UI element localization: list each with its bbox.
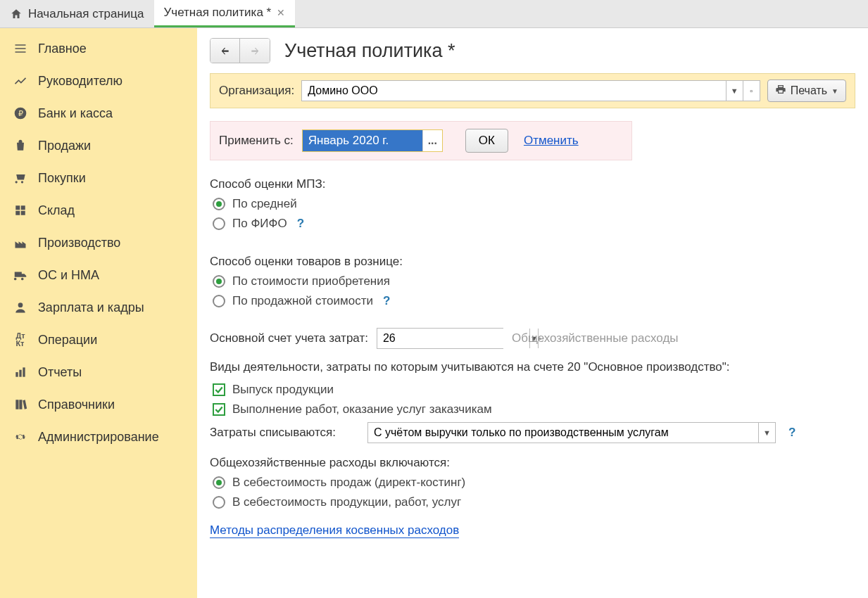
close-icon[interactable]: ✕ (277, 7, 285, 18)
printer-icon (775, 84, 786, 98)
radio-mpz-average[interactable]: По средней (210, 197, 855, 211)
radio-icon[interactable] (213, 275, 225, 288)
account-label: Основной счет учета затрат: (210, 331, 368, 345)
sidebar-item-label: ОС и НМА (38, 268, 99, 283)
option-label: По продажной стоимости (232, 294, 373, 308)
open-icon[interactable]: ▫ (743, 81, 760, 101)
tab-active-label: Учетная политика * (164, 6, 272, 20)
cancel-link[interactable]: Отменить (524, 134, 579, 148)
bag-icon (13, 138, 28, 153)
dropdown-icon[interactable]: ▼ (758, 423, 775, 443)
sidebar-item-admin[interactable]: Администрирование (0, 421, 197, 453)
dtkt-icon: ДтКт (13, 332, 28, 348)
radio-retail-cost[interactable]: По стоимости приобретения (210, 274, 855, 288)
sidebar-item-directories[interactable]: Справочники (0, 388, 197, 421)
cart-icon (13, 170, 28, 186)
svg-text:₽: ₽ (18, 109, 23, 117)
dropdown-icon[interactable]: ▼ (726, 81, 743, 101)
books-icon (13, 397, 28, 412)
radio-overhead-direct[interactable]: В себестоимость продаж (директ-костинг) (210, 476, 855, 490)
gear-icon (13, 429, 28, 445)
main-content: Учетная политика * Организация: ▼ ▫ Печа… (197, 28, 868, 598)
radio-icon[interactable] (213, 496, 225, 509)
print-label: Печать (791, 84, 827, 97)
sidebar-item-label: Склад (38, 203, 75, 218)
sidebar-item-production[interactable]: Производство (0, 227, 197, 259)
svg-rect-9 (23, 367, 25, 376)
tab-home-label: Начальная страница (28, 7, 144, 21)
check-output[interactable]: Выпуск продукции (210, 383, 855, 397)
radio-mpz-fifo[interactable]: По ФИФО ? (210, 217, 855, 231)
writeoff-label: Затраты списываются: (210, 426, 358, 440)
chart-icon (13, 73, 28, 89)
option-label: Выполнение работ, оказание услуг заказчи… (232, 402, 492, 416)
sidebar-item-salary[interactable]: Зарплата и кадры (0, 291, 197, 324)
sidebar-item-label: Банк и касса (38, 106, 113, 121)
svg-rect-4 (15, 211, 20, 215)
checkbox-icon[interactable] (213, 403, 225, 416)
account-hint: Общехозяйственные расходы (512, 331, 679, 345)
org-input[interactable] (302, 81, 725, 101)
sidebar: Главное Руководителю ₽ Банк и касса Прод… (0, 28, 197, 598)
radio-overhead-cost[interactable]: В себестоимость продукции, работ, услуг (210, 495, 855, 509)
grid-icon (13, 203, 28, 218)
check-services[interactable]: Выполнение работ, оказание услуг заказчи… (210, 402, 855, 416)
radio-icon[interactable] (213, 217, 225, 230)
tabs-bar: Начальная страница Учетная политика * ✕ (0, 0, 868, 28)
sidebar-item-bank[interactable]: ₽ Банк и касса (0, 97, 197, 129)
menu-icon (13, 41, 28, 56)
option-label: В себестоимость продаж (директ-костинг) (232, 476, 465, 490)
date-input[interactable] (303, 130, 422, 151)
account-input[interactable] (377, 329, 529, 348)
overhead-label: Общехозяйственные расходы включаются: (210, 456, 855, 470)
help-icon[interactable]: ? (788, 426, 795, 440)
sidebar-item-label: Производство (38, 236, 120, 250)
checkbox-icon[interactable] (213, 383, 225, 396)
sidebar-item-operations[interactable]: ДтКт Операции (0, 324, 197, 356)
chevron-down-icon: ▼ (831, 87, 838, 95)
date-picker-button[interactable]: ... (422, 130, 442, 151)
ok-button[interactable]: ОК (465, 129, 508, 153)
account-input-wrapper: ▼ ▫ (377, 328, 503, 349)
truck-icon (13, 267, 28, 283)
sidebar-item-sales[interactable]: Продажи (0, 129, 197, 162)
svg-rect-3 (21, 205, 25, 210)
sidebar-item-manager[interactable]: Руководителю (0, 65, 197, 97)
factory-icon (13, 235, 28, 250)
sidebar-item-main[interactable]: Главное (0, 32, 197, 65)
back-button[interactable] (210, 39, 240, 63)
option-label: В себестоимость продукции, работ, услуг (232, 495, 461, 509)
writeoff-select[interactable] (368, 423, 758, 443)
page-title: Учетная политика * (284, 40, 455, 62)
sidebar-item-assets[interactable]: ОС и НМА (0, 259, 197, 291)
radio-retail-sale[interactable]: По продажной стоимости ? (210, 294, 855, 308)
date-input-wrapper: ... (302, 129, 443, 152)
svg-point-6 (18, 303, 23, 307)
radio-icon[interactable] (213, 476, 225, 489)
activities-label: Виды деятельности, затраты по которым уч… (210, 360, 855, 374)
sidebar-item-label: Зарплата и кадры (38, 300, 144, 315)
print-button[interactable]: Печать ▼ (767, 79, 846, 102)
org-label: Организация: (219, 84, 294, 98)
apply-row: Применить с: ... ОК Отменить (210, 121, 632, 160)
apply-label: Применить с: (219, 134, 294, 148)
help-icon[interactable]: ? (383, 294, 390, 308)
writeoff-row: Затраты списываются: ▼ ? (210, 422, 855, 443)
option-label: Выпуск продукции (232, 383, 334, 397)
radio-icon[interactable] (213, 295, 225, 307)
tab-home[interactable]: Начальная страница (0, 0, 154, 27)
sidebar-item-warehouse[interactable]: Склад (0, 194, 197, 227)
help-icon[interactable]: ? (297, 217, 304, 231)
sidebar-item-label: Администрирование (38, 430, 159, 445)
forward-button[interactable] (240, 39, 270, 63)
radio-icon[interactable] (213, 198, 225, 210)
tab-active[interactable]: Учетная политика * ✕ (154, 0, 296, 27)
svg-rect-2 (15, 205, 20, 210)
svg-rect-8 (19, 370, 21, 377)
methods-link[interactable]: Методы распределения косвенных расходов (210, 523, 459, 538)
bars-icon (13, 364, 28, 380)
sidebar-item-purchases[interactable]: Покупки (0, 162, 197, 194)
option-label: По ФИФО (232, 217, 287, 231)
account-row: Основной счет учета затрат: ▼ ▫ Общехозя… (210, 328, 855, 349)
sidebar-item-reports[interactable]: Отчеты (0, 356, 197, 388)
